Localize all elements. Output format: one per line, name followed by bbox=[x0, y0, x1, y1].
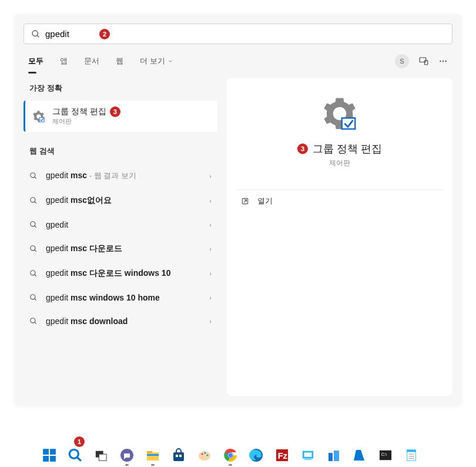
web-result-text: gpedit msc 다운로드 windows 10 bbox=[46, 268, 209, 279]
chevron-right-icon: › bbox=[209, 294, 212, 301]
chevron-down-icon bbox=[167, 58, 173, 64]
taskbar-notepad[interactable] bbox=[403, 447, 420, 463]
start-button[interactable] bbox=[41, 447, 58, 463]
taskbar-edge[interactable] bbox=[248, 447, 264, 463]
web-result-item[interactable]: gpedit msc windows 10 home › bbox=[24, 286, 217, 309]
svg-point-12 bbox=[31, 222, 35, 226]
web-result-item[interactable]: gpedit › bbox=[24, 213, 217, 236]
svg-point-4 bbox=[440, 61, 441, 62]
taskbar-terminal[interactable]: C:\ bbox=[377, 447, 394, 463]
action-open[interactable]: 열기 bbox=[236, 189, 443, 212]
taskbar-explorer[interactable] bbox=[145, 447, 161, 463]
taskbar-chrome[interactable] bbox=[222, 447, 239, 463]
svg-rect-56 bbox=[334, 451, 339, 461]
svg-rect-38 bbox=[176, 455, 178, 457]
chevron-right-icon: › bbox=[209, 318, 212, 325]
taskbar-chat[interactable] bbox=[119, 447, 135, 463]
svg-rect-37 bbox=[173, 452, 184, 461]
user-avatar[interactable]: S bbox=[395, 54, 409, 68]
svg-line-24 bbox=[244, 200, 247, 203]
results-column: 가장 정확 그룹 정책 편집 3 제어판 웹 검색 gpedit msc bbox=[24, 78, 217, 396]
web-result-item[interactable]: gpedit msc download › bbox=[24, 309, 217, 333]
taskbar-filezilla[interactable]: Fz bbox=[274, 447, 290, 463]
web-result-item[interactable]: gpedit msc - 웹 결과 보기 › bbox=[24, 164, 217, 188]
chevron-right-icon: › bbox=[209, 172, 212, 179]
taskbar-paint[interactable] bbox=[196, 447, 213, 463]
web-result-text: gpedit msc download bbox=[46, 316, 209, 326]
tab-all[interactable]: 모두 bbox=[28, 54, 43, 69]
search-icon bbox=[29, 221, 38, 229]
search-icon bbox=[29, 293, 38, 302]
svg-rect-32 bbox=[99, 454, 106, 461]
svg-line-30 bbox=[77, 457, 81, 461]
taskbar-buildings[interactable] bbox=[326, 447, 342, 463]
svg-point-43 bbox=[207, 455, 209, 456]
web-result-text: gpedit msc 다운로드 bbox=[46, 243, 209, 254]
svg-rect-61 bbox=[407, 450, 416, 452]
svg-point-0 bbox=[32, 31, 38, 36]
chevron-right-icon: › bbox=[209, 197, 212, 204]
best-match-item[interactable]: 그룹 정책 편집 3 제어판 bbox=[24, 101, 217, 132]
annotation-badge-3a: 3 bbox=[110, 106, 120, 117]
svg-rect-54 bbox=[304, 459, 312, 461]
annotation-badge-3b: 3 bbox=[297, 144, 308, 154]
search-icon bbox=[29, 172, 38, 180]
web-result-text: gpedit msc - 웹 결과 보기 bbox=[46, 171, 209, 181]
taskbar: 1 Fz C:\ bbox=[0, 447, 476, 463]
action-open-label: 열기 bbox=[257, 196, 273, 206]
more-icon[interactable] bbox=[438, 56, 448, 66]
section-best-match: 가장 정확 bbox=[24, 78, 217, 101]
taskbar-clipboard[interactable] bbox=[300, 447, 316, 463]
chevron-right-icon: › bbox=[209, 221, 212, 228]
tab-more[interactable]: 더 보기 bbox=[140, 54, 173, 69]
content-area: 가장 정확 그룹 정책 편집 3 제어판 웹 검색 gpedit msc bbox=[14, 78, 462, 396]
section-web-search: 웹 검색 bbox=[24, 141, 217, 164]
svg-rect-34 bbox=[147, 452, 159, 461]
svg-point-8 bbox=[31, 173, 35, 178]
web-result-item[interactable]: gpedit msc없어요 › bbox=[24, 188, 217, 213]
svg-point-10 bbox=[31, 198, 35, 202]
chevron-right-icon: › bbox=[209, 245, 212, 252]
taskbar-taskview[interactable] bbox=[93, 447, 109, 463]
detail-icon bbox=[322, 97, 357, 132]
best-match-sub: 제어판 bbox=[52, 117, 120, 126]
svg-point-42 bbox=[205, 452, 206, 454]
svg-point-14 bbox=[31, 246, 35, 251]
web-result-text: gpedit msc windows 10 home bbox=[46, 293, 209, 302]
tab-documents[interactable]: 문서 bbox=[84, 54, 99, 69]
svg-point-20 bbox=[31, 318, 35, 323]
search-icon bbox=[29, 245, 38, 253]
svg-line-21 bbox=[35, 322, 36, 324]
chevron-right-icon: › bbox=[209, 270, 212, 277]
devices-icon[interactable] bbox=[418, 56, 429, 66]
svg-marker-57 bbox=[354, 450, 364, 461]
svg-rect-53 bbox=[304, 452, 312, 456]
detail-title: 그룹 정책 편집 bbox=[313, 142, 382, 156]
svg-point-48 bbox=[229, 453, 233, 458]
annotation-badge-2: 2 bbox=[99, 29, 110, 39]
svg-line-13 bbox=[35, 226, 36, 228]
svg-rect-55 bbox=[328, 453, 333, 461]
svg-point-6 bbox=[445, 61, 446, 62]
gear-icon bbox=[32, 110, 45, 123]
taskbar-azure[interactable] bbox=[351, 447, 368, 463]
web-result-item[interactable]: gpedit msc 다운로드 › bbox=[24, 236, 217, 261]
svg-line-9 bbox=[35, 177, 36, 179]
tab-apps[interactable]: 앱 bbox=[60, 54, 68, 69]
svg-rect-26 bbox=[50, 449, 56, 455]
svg-rect-39 bbox=[179, 455, 182, 457]
svg-line-1 bbox=[37, 35, 39, 37]
tab-web[interactable]: 웹 bbox=[116, 54, 123, 69]
detail-sub: 제어판 bbox=[236, 158, 443, 168]
svg-rect-27 bbox=[43, 456, 49, 462]
svg-point-44 bbox=[202, 457, 203, 459]
svg-text:Fz: Fz bbox=[278, 451, 287, 461]
svg-point-29 bbox=[69, 449, 78, 458]
taskbar-search[interactable]: 1 bbox=[67, 447, 83, 463]
search-panel: 2 모두 앱 문서 웹 더 보기 S 가장 정확 bbox=[14, 14, 462, 405]
svg-line-15 bbox=[35, 250, 36, 252]
search-bar[interactable]: 2 bbox=[24, 24, 452, 44]
tabs-row: 모두 앱 문서 웹 더 보기 S bbox=[14, 54, 462, 69]
web-result-item[interactable]: gpedit msc 다운로드 windows 10 › bbox=[24, 261, 217, 286]
taskbar-store[interactable] bbox=[170, 447, 187, 463]
